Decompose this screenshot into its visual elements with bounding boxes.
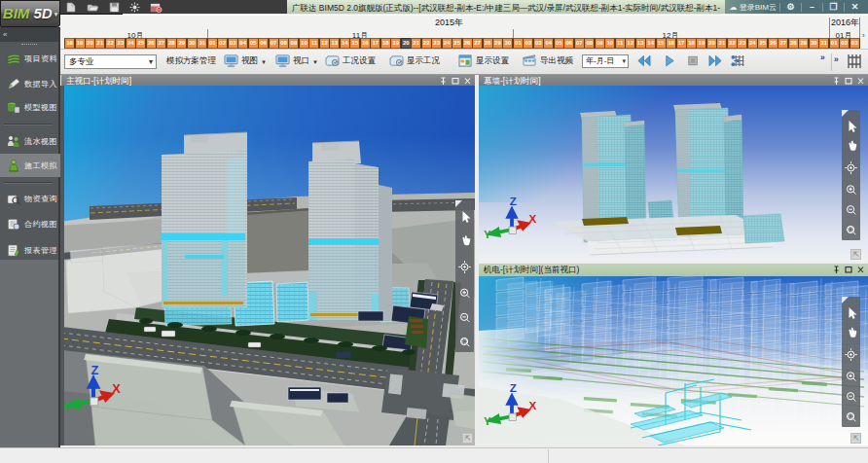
svg-text:Y: Y xyxy=(484,228,491,240)
svg-text:Z: Z xyxy=(510,381,517,394)
svg-text:X: X xyxy=(528,212,536,225)
svg-text:Z: Z xyxy=(91,363,99,377)
svg-text:Y: Y xyxy=(64,399,71,413)
svg-text:Y: Y xyxy=(484,414,491,427)
svg-text:Z: Z xyxy=(510,195,517,207)
svg-text:X: X xyxy=(528,399,536,411)
svg-text:X: X xyxy=(112,381,121,396)
